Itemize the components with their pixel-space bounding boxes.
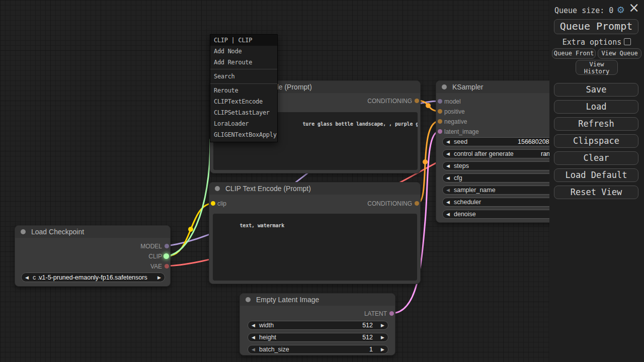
prompt-text: text, watermark bbox=[239, 223, 284, 228]
extra-options-row: Extra options bbox=[549, 38, 644, 47]
settings-gear-icon[interactable]: ⚙ bbox=[617, 5, 625, 15]
conditioning-output-dot[interactable] bbox=[415, 201, 419, 206]
decrement-icon[interactable]: ◀ bbox=[446, 139, 450, 144]
clip-input-dot[interactable] bbox=[211, 201, 215, 206]
reset-view-button[interactable]: Reset View bbox=[554, 186, 638, 199]
increment-icon[interactable]: ▶ bbox=[381, 323, 384, 328]
context-menu-title: CLIP | CLIP bbox=[210, 35, 277, 46]
link-release-context-menu: CLIP | CLIP Add Node Add Reroute Search … bbox=[210, 34, 278, 142]
collapse-dot-icon[interactable] bbox=[21, 229, 26, 234]
collapse-dot-icon[interactable] bbox=[215, 186, 220, 191]
output-slot-clip: CLIP bbox=[15, 251, 170, 261]
node-graph-canvas[interactable]: Load Checkpoint MODEL CLIP VAE ◀ c ... v… bbox=[0, 0, 549, 362]
queue-prompt-button[interactable]: Queue Prompt bbox=[554, 19, 638, 34]
vae-output-dot[interactable] bbox=[165, 264, 169, 268]
extra-options-checkbox[interactable] bbox=[624, 38, 631, 45]
decrement-icon[interactable]: ◀ bbox=[446, 163, 450, 168]
positive-input-dot[interactable] bbox=[438, 109, 442, 114]
link-dot-conditioning-negative[interactable] bbox=[423, 159, 428, 164]
widget-value: 1566802087 bbox=[518, 138, 553, 145]
wire-clip bbox=[168, 203, 214, 256]
decrement-icon[interactable]: ◀ bbox=[446, 212, 450, 217]
collapse-dot-icon[interactable] bbox=[442, 84, 447, 89]
batch-size-widget[interactable]: ◀ batch_size 1 ▶ bbox=[248, 345, 388, 354]
decrement-icon[interactable]: ◀ bbox=[446, 151, 450, 156]
node-title-bar[interactable]: CLIP Text Encode (Prompt) bbox=[209, 183, 420, 195]
menu-item-reroute[interactable]: Reroute bbox=[210, 85, 277, 96]
model-output-dot[interactable] bbox=[165, 244, 169, 248]
output-slot-latent: LATENT bbox=[240, 309, 395, 319]
menu-item-add-reroute[interactable]: Add Reroute bbox=[210, 57, 277, 68]
decrement-icon[interactable]: ◀ bbox=[446, 200, 450, 205]
widget-value: 512 bbox=[362, 322, 373, 329]
refresh-button[interactable]: Refresh bbox=[554, 117, 638, 131]
extra-options-label: Extra options bbox=[562, 38, 621, 47]
node-title: KSampler bbox=[452, 83, 483, 91]
increment-icon[interactable]: ▶ bbox=[157, 275, 161, 280]
decrement-icon[interactable]: ◀ bbox=[252, 335, 255, 340]
latent-output-dot[interactable] bbox=[389, 311, 394, 316]
increment-icon[interactable]: ▶ bbox=[381, 347, 384, 352]
comfy-menu-panel: Queue size: 0 ⚙ × Queue Prompt Extra opt… bbox=[549, 0, 644, 362]
negative-input-dot[interactable] bbox=[438, 119, 442, 124]
comfyui-app: Load Checkpoint MODEL CLIP VAE ◀ c ... v… bbox=[0, 0, 644, 362]
load-default-button[interactable]: Load Default bbox=[554, 168, 638, 182]
model-input-dot[interactable] bbox=[438, 99, 442, 104]
node-title: CLIP Text Encode (Prompt) bbox=[225, 185, 311, 193]
ckpt-name-widget[interactable]: ◀ c ... v1-5-pruned-emaonly-fp16.safeten… bbox=[21, 273, 165, 282]
node-title: Load Checkpoint bbox=[31, 228, 84, 236]
link-dot-conditioning-positive[interactable] bbox=[426, 103, 431, 108]
view-queue-button[interactable]: View Queue bbox=[598, 48, 641, 59]
link-dot-clip[interactable] bbox=[188, 227, 193, 232]
view-history-button[interactable]: View History bbox=[576, 60, 618, 75]
prompt-textarea[interactable]: text, watermark bbox=[213, 214, 417, 281]
increment-icon[interactable]: ▶ bbox=[381, 335, 384, 340]
clear-button[interactable]: Clear bbox=[554, 151, 638, 165]
menu-separator bbox=[210, 83, 277, 84]
wire-connecting-drag bbox=[168, 139, 210, 256]
queue-front-button[interactable]: Queue Front bbox=[552, 48, 596, 59]
decrement-icon[interactable]: ◀ bbox=[252, 323, 255, 328]
prompt-text: ture glass bottle landscape, , purple ga… bbox=[302, 121, 418, 127]
conditioning-output-dot[interactable] bbox=[415, 99, 419, 103]
width-widget[interactable]: ◀ width 512 ▶ bbox=[248, 321, 388, 330]
widget-value: v1-5-pruned-emaonly-fp16.safetensors bbox=[22, 274, 165, 281]
menu-item-gligentextboxapply[interactable]: GLIGENTextBoxApply bbox=[210, 129, 277, 140]
output-slot-model: MODEL bbox=[15, 241, 170, 251]
node-title: Empty Latent Image bbox=[256, 296, 319, 304]
decrement-icon[interactable]: ◀ bbox=[252, 347, 255, 352]
load-button[interactable]: Load bbox=[554, 100, 638, 114]
close-icon[interactable]: × bbox=[628, 1, 639, 14]
clipspace-button[interactable]: Clipspace bbox=[554, 134, 638, 148]
widget-value: 512 bbox=[362, 334, 373, 341]
clip-output-dot[interactable] bbox=[164, 253, 169, 259]
node-clip-text-encode-negative[interactable]: CLIP Text Encode (Prompt) clip CONDITION… bbox=[209, 182, 421, 284]
decrement-icon[interactable]: ◀ bbox=[446, 188, 450, 193]
node-load-checkpoint[interactable]: Load Checkpoint MODEL CLIP VAE ◀ c ... v… bbox=[15, 225, 171, 287]
queue-size-label: Queue size: 0 bbox=[554, 6, 613, 15]
io-slot-row: clip CONDITIONING bbox=[209, 199, 420, 209]
output-slot-vae: VAE bbox=[15, 261, 170, 272]
menu-item-search[interactable]: Search bbox=[210, 70, 277, 82]
widget-value: 1 bbox=[369, 346, 373, 353]
height-widget[interactable]: ◀ height 512 ▶ bbox=[248, 333, 388, 342]
node-empty-latent-image[interactable]: Empty Latent Image LATENT ◀ width 512 ▶ … bbox=[239, 293, 395, 355]
node-title-bar[interactable]: Load Checkpoint bbox=[15, 226, 170, 238]
menu-item-cliptextencode[interactable]: CLIPTextEncode bbox=[210, 96, 277, 107]
menu-item-add-node[interactable]: Add Node bbox=[210, 46, 277, 57]
menu-item-clipsetlastlayer[interactable]: CLIPSetLastLayer bbox=[210, 107, 277, 118]
collapse-dot-icon[interactable] bbox=[246, 297, 251, 302]
menu-separator bbox=[210, 69, 277, 69]
save-button[interactable]: Save bbox=[554, 83, 638, 97]
node-title-bar[interactable]: Empty Latent Image bbox=[240, 294, 395, 306]
latent-input-dot[interactable] bbox=[438, 129, 442, 134]
menu-item-loraloader[interactable]: LoraLoader bbox=[210, 118, 277, 129]
decrement-icon[interactable]: ◀ bbox=[446, 175, 450, 180]
